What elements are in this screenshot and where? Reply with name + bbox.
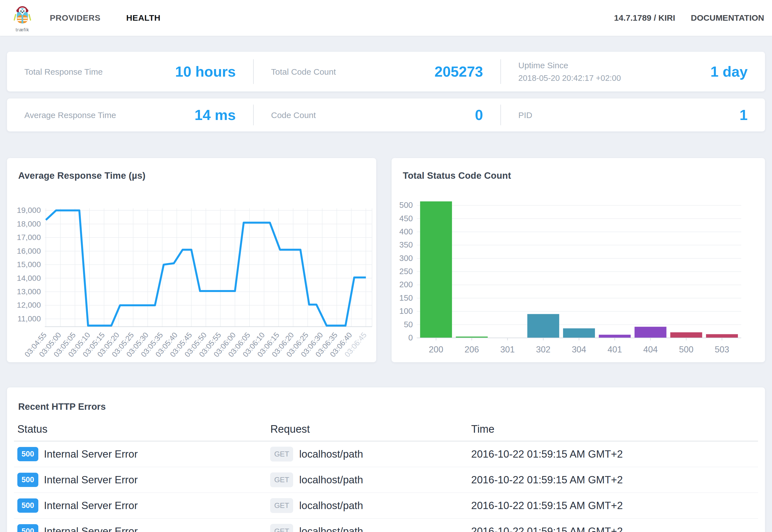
svg-text:150: 150 xyxy=(399,293,413,302)
stat-card-row-1: Total Response Time 10 hours Total Code … xyxy=(7,52,765,91)
main-nav: PROVIDERS HEALTH xyxy=(50,13,161,23)
stat-value: 205273 xyxy=(434,63,483,80)
status-text: Internal Server Error xyxy=(44,500,138,511)
status-text: Internal Server Error xyxy=(44,474,138,486)
stat-code-count: Code Count 0 xyxy=(254,98,500,131)
status-text: Internal Server Error xyxy=(44,448,138,460)
http-method-badge: GET xyxy=(270,498,293,513)
stat-total-code-count: Total Code Count 205273 xyxy=(254,52,500,91)
svg-text:404: 404 xyxy=(643,345,658,354)
svg-text:206: 206 xyxy=(465,345,479,354)
status-code-badge: 500 xyxy=(17,498,38,513)
svg-text:301: 301 xyxy=(500,345,515,354)
svg-text:50: 50 xyxy=(404,320,413,329)
table-header-row: Status Request Time xyxy=(14,422,758,441)
svg-text:302: 302 xyxy=(536,345,550,354)
logo-wordmark: træfik xyxy=(16,27,29,33)
http-errors-table: Status Request Time 500Internal Server E… xyxy=(14,422,758,532)
error-time: 2016-10-22 01:59:15 AM GMT+2 xyxy=(468,467,758,493)
svg-text:500: 500 xyxy=(679,345,693,354)
svg-text:11,000: 11,000 xyxy=(17,314,41,323)
stat-value: 10 hours xyxy=(175,63,236,80)
stat-label: Average Response Time xyxy=(24,109,116,121)
stat-value: 1 xyxy=(740,107,748,123)
stat-label: Code Count xyxy=(271,109,316,121)
svg-text:350: 350 xyxy=(399,240,413,249)
request-path: localhost/path xyxy=(299,500,363,511)
stat-label: Uptime Since 2018-05-20 20:42:17 +02:00 xyxy=(518,59,621,84)
request-path: localhost/path xyxy=(299,474,363,486)
svg-text:300: 300 xyxy=(399,254,413,263)
svg-text:15,000: 15,000 xyxy=(17,260,41,269)
top-navigation-bar: træfik PROVIDERS HEALTH 14.7.1789 / KIRI… xyxy=(0,0,772,36)
stat-total-response-time: Total Response Time 10 hours xyxy=(7,52,253,91)
svg-text:304: 304 xyxy=(572,345,586,354)
stat-pid: PID 1 xyxy=(501,98,765,131)
error-row: 500Internal Server ErrorGETlocalhost/pat… xyxy=(14,467,758,493)
uptime-timestamp: 2018-05-20 20:42:17 +02:00 xyxy=(518,74,621,83)
http-method-badge: GET xyxy=(270,524,293,532)
nav-item-providers[interactable]: PROVIDERS xyxy=(50,13,100,23)
svg-text:100: 100 xyxy=(399,307,413,316)
http-method-badge: GET xyxy=(270,447,293,462)
svg-text:450: 450 xyxy=(399,214,413,223)
request-path: localhost/path xyxy=(299,526,363,532)
error-time: 2016-10-22 01:59:15 AM GMT+2 xyxy=(468,519,758,532)
column-header-request: Request xyxy=(267,422,468,441)
traefik-logo[interactable]: træfik xyxy=(8,3,37,33)
traefik-gopher-icon xyxy=(10,3,34,28)
svg-text:19,000: 19,000 xyxy=(17,206,41,215)
recent-http-errors-card: Recent HTTP Errors Status Request Time 5… xyxy=(7,387,765,532)
stat-value: 0 xyxy=(475,107,483,123)
svg-text:12,000: 12,000 xyxy=(17,301,41,309)
stat-label: PID xyxy=(518,109,532,121)
status-code-badge: 500 xyxy=(17,473,38,487)
stat-label: Total Code Count xyxy=(271,65,336,78)
avg-response-time-chart-card: 11,00012,00013,00014,00015,00016,00017,0… xyxy=(7,158,376,362)
svg-text:200: 200 xyxy=(399,280,413,289)
errors-table-title: Recent HTTP Errors xyxy=(14,387,758,422)
stat-average-response-time: Average Response Time 14 ms xyxy=(7,98,253,131)
stat-value: 1 day xyxy=(710,63,748,80)
chart-title: Total Status Code Count xyxy=(403,170,511,181)
column-header-time: Time xyxy=(468,422,758,441)
error-row: 500Internal Server ErrorGETlocalhost/pat… xyxy=(14,441,758,467)
svg-text:500: 500 xyxy=(399,201,413,209)
svg-text:18,000: 18,000 xyxy=(17,220,41,228)
svg-text:14,000: 14,000 xyxy=(17,274,41,283)
svg-text:0: 0 xyxy=(408,333,413,342)
version-label: 14.7.1789 / KIRI xyxy=(614,13,675,23)
stat-uptime-since: Uptime Since 2018-05-20 20:42:17 +02:00 … xyxy=(501,52,765,91)
stat-value: 14 ms xyxy=(195,107,236,123)
chart-title: Average Response Time (µs) xyxy=(18,170,145,181)
column-header-status: Status xyxy=(14,422,267,441)
svg-text:400: 400 xyxy=(399,227,413,236)
svg-text:200: 200 xyxy=(429,345,443,354)
svg-text:17,000: 17,000 xyxy=(17,233,41,242)
stat-card-row-2: Average Response Time 14 ms Code Count 0… xyxy=(7,98,765,131)
status-text: Internal Server Error xyxy=(44,526,138,532)
documentation-link[interactable]: DOCUMENTATION xyxy=(691,13,764,23)
http-method-badge: GET xyxy=(270,472,293,487)
svg-text:401: 401 xyxy=(608,345,622,354)
request-path: localhost/path xyxy=(299,448,363,460)
error-time: 2016-10-22 01:59:15 AM GMT+2 xyxy=(468,493,758,519)
svg-text:250: 250 xyxy=(399,267,413,276)
svg-text:503: 503 xyxy=(715,345,729,354)
nav-item-health[interactable]: HEALTH xyxy=(126,13,160,23)
error-time: 2016-10-22 01:59:15 AM GMT+2 xyxy=(468,441,758,467)
stat-label: Total Response Time xyxy=(24,65,103,78)
svg-text:16,000: 16,000 xyxy=(17,247,41,255)
error-row: 500Internal Server ErrorGETlocalhost/pat… xyxy=(14,493,758,519)
status-code-badge: 500 xyxy=(17,447,38,461)
status-code-chart-card: 0501001502002503003504004505002002063013… xyxy=(392,158,765,362)
svg-text:13,000: 13,000 xyxy=(17,287,41,296)
error-row: 500Internal Server ErrorGETlocalhost/pat… xyxy=(14,519,758,532)
status-code-badge: 500 xyxy=(17,524,38,532)
